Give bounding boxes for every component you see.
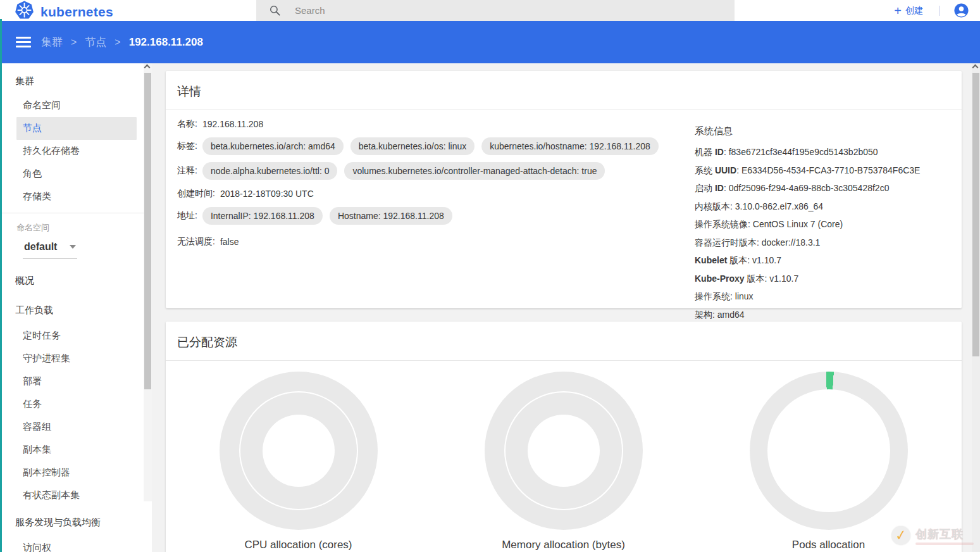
account-circle-icon xyxy=(954,3,969,18)
menu-icon[interactable] xyxy=(16,34,31,50)
namespace-selected-value: default xyxy=(24,241,57,253)
system-info-row: 架构: amd64 xyxy=(695,310,954,320)
pods-allocation-chart: Pods allocation xyxy=(696,372,961,551)
main-content: 详情 名称: 192.168.11.208 标签: beta.kubernete… xyxy=(152,63,972,552)
details-card-title: 详情 xyxy=(166,71,962,110)
system-info-row: 操作系统: linux xyxy=(695,291,954,301)
pods-donut xyxy=(750,372,908,530)
allocated-resources-card: 已分配资源 CPU allocation (cores) Memory allo… xyxy=(166,322,962,552)
memory-chart-label: Memory allocation (bytes) xyxy=(502,539,625,551)
search-bar[interactable] xyxy=(256,0,735,21)
create-button[interactable]: + 创建 xyxy=(894,5,923,16)
sidebar-scrollbar[interactable] xyxy=(144,63,152,501)
page-scrollbar-thumb[interactable] xyxy=(972,73,979,356)
sidebar-item[interactable]: 有状态副本集 xyxy=(0,484,144,507)
sidebar-item[interactable]: 持久化存储卷 xyxy=(0,140,144,163)
system-info-row: 机器 ID: f83e6721cf3e44f195e9cd5143b2b050 xyxy=(695,147,954,157)
namespace-select[interactable]: default xyxy=(23,239,77,259)
sidebar-nav: 集群 命名空间 节点 持久化存储卷 角色 存储类 命名空间 default xyxy=(0,63,144,552)
unschedulable-value: false xyxy=(220,237,239,247)
sidebar-divider xyxy=(0,213,144,213)
address-chip: Hostname: 192.168.11.208 xyxy=(330,207,452,225)
create-button-label: 创建 xyxy=(905,5,923,16)
label-chip: beta.kubernetes.io/os: linux xyxy=(350,137,474,155)
memory-donut xyxy=(485,372,643,530)
watermark-text: 创新互联 xyxy=(915,527,974,542)
namespace-label: 命名空间 xyxy=(0,217,144,235)
window-edge-line xyxy=(0,19,2,552)
logo-wordmark: kubernetes xyxy=(40,4,113,20)
system-info-section: 系统信息 机器 ID: f83e6721cf3e44f195e9cd5143b2… xyxy=(695,125,954,327)
cpu-chart-label: CPU allocation (cores) xyxy=(244,539,352,551)
breadcrumb-link[interactable]: 节点 xyxy=(85,35,106,49)
cpu-donut xyxy=(220,372,378,530)
sidebar-item[interactable]: 容器组 xyxy=(0,416,144,439)
cpu-allocation-chart: CPU allocation (cores) xyxy=(166,372,431,551)
sidebar-item[interactable]: 定时任务 xyxy=(0,325,144,348)
sidebar-item[interactable]: 概况 xyxy=(0,265,144,295)
sidebar-item[interactable]: 任务 xyxy=(0,393,144,416)
scroll-up-icon[interactable] xyxy=(144,65,151,71)
system-info-row: 系统 UUID: E6334D56-4534-FCA3-7710-B753784… xyxy=(695,165,954,175)
top-app-bar: kubernetes + 创建 xyxy=(0,0,980,21)
system-info-title: 系统信息 xyxy=(695,125,954,137)
breadcrumb: 集群 > 节点 > 192.168.11.208 xyxy=(41,35,203,49)
page-scrollbar[interactable] xyxy=(972,63,980,552)
system-info-row: Kubelet 版本: v1.10.7 xyxy=(695,255,954,265)
breadcrumb-separator: > xyxy=(71,37,77,48)
chevron-down-icon xyxy=(70,245,76,249)
pods-chart-label: Pods allocation xyxy=(792,539,865,551)
watermark-subtext-bar xyxy=(915,543,974,545)
system-info-row: Kube-Proxy 版本: v1.10.7 xyxy=(695,273,954,284)
search-input[interactable] xyxy=(295,5,687,16)
breadcrumb-separator: > xyxy=(115,37,120,48)
sidebar-item[interactable]: 存储类 xyxy=(0,185,144,208)
kubernetes-wheel-icon xyxy=(15,1,34,23)
account-button[interactable] xyxy=(954,3,969,18)
sidebar-item[interactable]: 服务发现与负载均衡 xyxy=(0,507,144,537)
address-chip: InternalIP: 192.168.11.208 xyxy=(202,207,323,225)
details-card: 详情 名称: 192.168.11.208 标签: beta.kubernete… xyxy=(166,71,962,308)
sidebar-item[interactable]: 集群 xyxy=(0,67,144,94)
annotation-chip: node.alpha.kubernetes.io/ttl: 0 xyxy=(202,162,338,180)
system-info-row: 容器运行时版本: docker://18.3.1 xyxy=(695,237,954,248)
kubernetes-logo[interactable]: kubernetes xyxy=(15,1,113,23)
watermark: ✓ 创新互联 xyxy=(891,526,974,545)
breadcrumb-link[interactable]: 集群 xyxy=(41,35,63,49)
annotation-chip: volumes.kubernetes.io/controller-managed… xyxy=(344,162,605,180)
label-chip: beta.kubernetes.io/arch: amd64 xyxy=(202,137,344,155)
breadcrumb-current: 192.168.11.208 xyxy=(129,36,203,49)
sidebar-item[interactable]: 命名空间 xyxy=(0,94,144,117)
scroll-up-icon[interactable] xyxy=(972,65,979,71)
sidebar-scrollbar-thumb[interactable] xyxy=(144,73,151,389)
sidebar-item[interactable]: 副本集 xyxy=(0,439,144,461)
system-info-row: 操作系统镜像: CentOS Linux 7 (Core) xyxy=(695,219,954,229)
sidebar-item[interactable]: 角色 xyxy=(0,163,144,185)
topbar-divider xyxy=(940,6,940,16)
sidebar-item[interactable]: 部署 xyxy=(0,370,144,393)
system-info-row: 内核版本: 3.10.0-862.el7.x86_64 xyxy=(695,201,954,211)
sidebar-item[interactable]: 节点 xyxy=(16,117,137,140)
search-icon xyxy=(269,4,281,16)
sidebar-item[interactable]: 守护进程集 xyxy=(0,348,144,370)
system-info-row: 启动 ID: 0df25096-f294-4a69-88cb-3c305428f… xyxy=(695,183,954,193)
breadcrumb-bar: 集群 > 节点 > 192.168.11.208 xyxy=(0,21,980,63)
allocated-resources-title: 已分配资源 xyxy=(166,322,962,361)
sidebar-item[interactable]: 副本控制器 xyxy=(0,461,144,484)
memory-allocation-chart: Memory allocation (bytes) xyxy=(431,372,696,551)
plus-icon: + xyxy=(894,5,902,16)
sidebar-item[interactable]: 工作负载 xyxy=(0,295,144,325)
node-name-value: 192.168.11.208 xyxy=(202,119,263,129)
watermark-logo-icon: ✓ xyxy=(891,526,910,545)
label-chip: kubernetes.io/hostname: 192.168.11.208 xyxy=(481,137,658,155)
sidebar-item[interactable]: 访问权 xyxy=(0,537,144,552)
created-value: 2018-12-18T09:30 UTC xyxy=(220,189,314,199)
